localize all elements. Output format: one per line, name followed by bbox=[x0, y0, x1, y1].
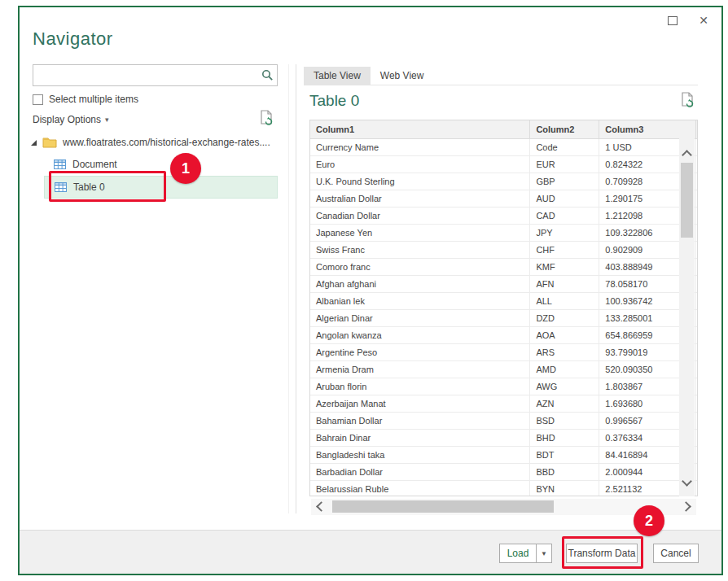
table-row: Bahrain DinarBHD0.3763342.6572 bbox=[310, 429, 698, 446]
search-box bbox=[33, 64, 278, 86]
navigator-dialog: ✕ Navigator Select multiple items Displa… bbox=[18, 6, 723, 575]
table-cell: AMD bbox=[530, 360, 599, 378]
table-row: Angolan kwanzaAOA654.8669590.0015 bbox=[310, 326, 698, 343]
table-cell: GBP bbox=[530, 173, 599, 190]
tree-root-node[interactable]: www.floatrates.com/historical-exchange-r… bbox=[31, 137, 288, 148]
close-icon: ✕ bbox=[699, 14, 708, 27]
table-cell: 1.2131 bbox=[695, 155, 698, 173]
table-cell: Barbadian Dollar bbox=[310, 463, 530, 480]
table-cell: Bahamian Dollar bbox=[310, 412, 530, 429]
table-cell: BBD bbox=[530, 463, 599, 480]
table-cell: BYN bbox=[530, 480, 599, 496]
table-cell: 0.0019 bbox=[695, 360, 698, 378]
table-row: Aruban florinAWG1.8038670.5543 bbox=[310, 378, 698, 395]
table-cell: 1.0034 bbox=[695, 412, 698, 429]
table-row: Currency NameCode1 USDin USD bbox=[310, 138, 698, 155]
select-multiple-label: Select multiple items bbox=[49, 94, 138, 105]
folder-icon bbox=[42, 137, 57, 148]
scroll-left-icon[interactable] bbox=[316, 501, 327, 512]
table-cell: 0.0024 bbox=[695, 258, 698, 275]
table-cell: AUD bbox=[530, 190, 599, 207]
table-cell: CHF bbox=[530, 241, 599, 258]
table-cell: DZD bbox=[530, 309, 599, 326]
table-cell: BHD bbox=[530, 429, 599, 446]
display-options-label: Display Options bbox=[33, 114, 101, 125]
table-row: Japanese YenJPY109.3228060.0091 bbox=[310, 224, 698, 241]
dialog-title: Navigator bbox=[33, 28, 113, 50]
maximize-button[interactable] bbox=[664, 12, 681, 28]
table-cell: Armenia Dram bbox=[310, 360, 530, 378]
load-button[interactable]: Load bbox=[499, 544, 537, 563]
annotation-step1-box bbox=[49, 171, 166, 202]
select-multiple-row: Select multiple items bbox=[33, 94, 138, 105]
close-button[interactable]: ✕ bbox=[695, 12, 712, 28]
table-row: Armenia DramAMD520.0903500.0019 bbox=[310, 360, 698, 378]
chevron-down-icon: ▾ bbox=[105, 116, 109, 124]
table-cell: EUR bbox=[530, 155, 599, 173]
table-cell: 0.7750 bbox=[695, 190, 698, 207]
refresh-page-icon[interactable] bbox=[259, 110, 274, 126]
cancel-button[interactable]: Cancel bbox=[653, 544, 699, 563]
table-row: Bahamian DollarBSD0.9965671.0034 bbox=[310, 412, 698, 429]
maximize-icon bbox=[668, 16, 678, 25]
table-row: EuroEUR0.8243221.2131 bbox=[310, 155, 698, 173]
annotation-step2-box bbox=[562, 536, 643, 569]
table-cell: Code bbox=[530, 138, 599, 155]
tree-expander-icon[interactable] bbox=[31, 140, 37, 146]
table-cell: 0.5543 bbox=[695, 378, 698, 395]
scroll-right-icon[interactable] bbox=[681, 501, 691, 512]
search-icon[interactable] bbox=[257, 69, 277, 81]
table-row: Azerbaijan ManatAZN1.6936800.5904 bbox=[310, 395, 698, 412]
table-row: Australian DollarAUD1.2901750.7750 bbox=[310, 190, 698, 207]
scroll-up-icon[interactable] bbox=[682, 150, 692, 160]
tab-underline bbox=[304, 85, 698, 85]
table-cell: ARS bbox=[530, 343, 599, 360]
column-header[interactable]: Column1 bbox=[310, 120, 530, 138]
column-header[interactable]: Column2 bbox=[530, 120, 599, 138]
preview-table-body: Currency NameCode1 USDin USDEuroEUR0.824… bbox=[310, 138, 698, 496]
table-cell: AWG bbox=[530, 378, 599, 395]
table-cell: 0.0015 bbox=[695, 326, 698, 343]
table-cell: Albanian lek bbox=[310, 292, 530, 309]
table-cell: 0.0091 bbox=[695, 224, 698, 241]
table-cell: Angolan kwanza bbox=[310, 326, 530, 343]
table-cell: Algerian Dinar bbox=[310, 309, 530, 326]
table-row: Albanian lekALL100.9367420.0099 bbox=[310, 292, 698, 309]
table-cell: BDT bbox=[530, 446, 599, 463]
table-cell: Argentine Peso bbox=[310, 343, 530, 360]
table-row: Comoro francKMF403.8889490.0024 bbox=[310, 258, 698, 275]
search-input[interactable] bbox=[33, 65, 257, 85]
table-cell: Comoro franc bbox=[310, 258, 530, 275]
vertical-scrollbar-thumb[interactable] bbox=[681, 163, 693, 238]
select-multiple-checkbox[interactable] bbox=[33, 94, 43, 105]
table-cell: in USD bbox=[695, 138, 698, 155]
column-header[interactable]: Column4 bbox=[695, 120, 698, 138]
table-cell: Australian Dollar bbox=[310, 190, 530, 207]
table-cell: U.K. Pound Sterling bbox=[310, 173, 530, 190]
load-dropdown-button[interactable]: ▼ bbox=[536, 544, 552, 563]
annotation-step2-badge: 2 bbox=[634, 505, 664, 536]
table-cell: AZN bbox=[530, 395, 599, 412]
tree-item-document[interactable]: Document bbox=[54, 159, 117, 170]
preview-table-head-row: Column1Column2Column3Column4 bbox=[310, 120, 698, 138]
preview-table: Column1Column2Column3Column4 Currency Na… bbox=[309, 120, 698, 496]
table-row: Barbadian DollarBBD2.0009440.4997 bbox=[310, 463, 698, 480]
table-cell: 0.0075 bbox=[695, 309, 698, 326]
table-cell: 0.4997 bbox=[695, 463, 698, 480]
table-row: Argentine PesoARS93.7990190.0106 bbox=[310, 343, 698, 360]
tab-web-view[interactable]: Web View bbox=[371, 67, 434, 85]
panel-divider[interactable] bbox=[296, 64, 296, 513]
display-options-dropdown[interactable]: Display Options ▾ bbox=[33, 114, 109, 125]
table-cell: 0.3966 bbox=[695, 480, 698, 496]
table-cell: CAD bbox=[530, 207, 599, 224]
table-row: Swiss FrancCHF0.9029091.1075 bbox=[310, 241, 698, 258]
table-cell: JPY bbox=[530, 224, 599, 241]
refresh-preview-icon[interactable] bbox=[680, 92, 695, 108]
tab-table-view[interactable]: Table View bbox=[304, 67, 371, 85]
column-header[interactable]: Column3 bbox=[599, 120, 695, 138]
scroll-down-icon[interactable] bbox=[682, 476, 692, 487]
table-cell: Euro bbox=[310, 155, 530, 173]
vertical-scrollbar[interactable] bbox=[679, 138, 695, 496]
table-cell: AOA bbox=[530, 326, 599, 343]
horizontal-scrollbar-thumb[interactable] bbox=[332, 500, 554, 513]
